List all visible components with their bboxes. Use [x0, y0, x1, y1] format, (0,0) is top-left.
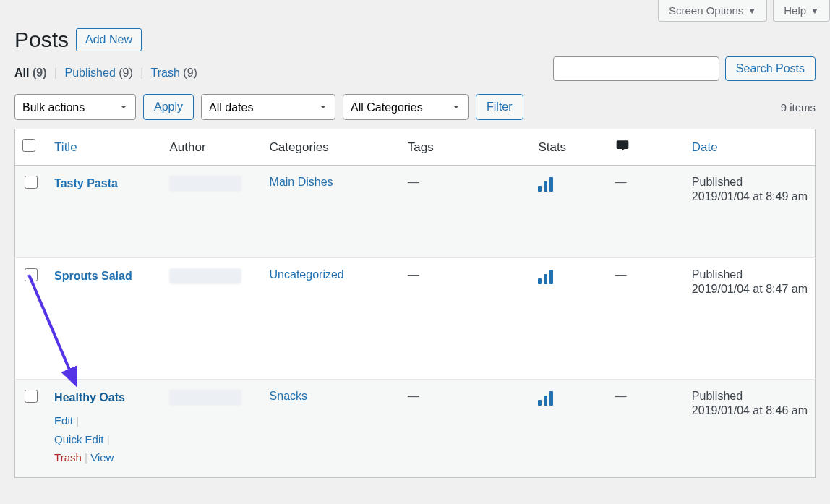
- stats-icon[interactable]: [538, 390, 553, 406]
- apply-button[interactable]: Apply: [143, 94, 194, 120]
- chevron-down-icon: ▼: [810, 6, 819, 16]
- col-author: Author: [162, 129, 262, 166]
- date-status: Published: [692, 390, 808, 403]
- select-all-checkbox[interactable]: [22, 139, 35, 152]
- comment-icon: [615, 138, 630, 153]
- stats-icon[interactable]: [538, 268, 553, 284]
- help-label: Help: [784, 4, 806, 17]
- row-checkbox[interactable]: [25, 268, 38, 281]
- date-timestamp: 2019/01/04 at 8:47 am: [692, 283, 808, 296]
- col-comments: [608, 129, 685, 166]
- post-title-link[interactable]: Healthy Oats: [54, 391, 125, 403]
- tags-cell: —: [408, 176, 419, 188]
- bulk-actions-select[interactable]: Bulk actions: [14, 94, 136, 120]
- author-cell[interactable]: [169, 176, 241, 192]
- date-timestamp: 2019/01/04 at 8:46 am: [692, 404, 808, 417]
- row-checkbox[interactable]: [25, 176, 38, 189]
- stats-icon[interactable]: [538, 176, 553, 192]
- search-posts-button[interactable]: Search Posts: [725, 56, 816, 81]
- screen-options-label: Screen Options: [669, 4, 743, 17]
- col-categories: Categories: [262, 129, 401, 166]
- categories-select[interactable]: All Categories: [343, 94, 469, 120]
- date-timestamp: 2019/01/04 at 8:49 am: [692, 190, 808, 203]
- screen-options-button[interactable]: Screen Options ▼: [658, 0, 767, 22]
- tags-cell: —: [408, 390, 419, 402]
- comments-cell: —: [615, 390, 627, 402]
- filter-button[interactable]: Filter: [476, 94, 523, 120]
- date-status: Published: [692, 176, 808, 189]
- category-link[interactable]: Main Dishes: [270, 176, 333, 188]
- col-title[interactable]: Title: [47, 129, 162, 166]
- items-count: 9 items: [781, 101, 816, 114]
- col-stats: Stats: [531, 129, 607, 166]
- row-actions: Edit | Quick Edit | Trash | View: [54, 411, 155, 467]
- search-input[interactable]: [553, 56, 719, 81]
- date-status: Published: [692, 268, 808, 281]
- comments-cell: —: [615, 268, 627, 281]
- row-checkbox[interactable]: [25, 390, 38, 403]
- col-tags: Tags: [401, 129, 531, 166]
- filter-all[interactable]: All (9): [14, 67, 46, 79]
- table-row: Sprouts Salad Uncategorized — — Publishe…: [15, 258, 816, 380]
- comments-cell: —: [615, 176, 627, 188]
- author-cell[interactable]: [169, 268, 241, 284]
- view-link[interactable]: View: [90, 451, 114, 464]
- trash-link[interactable]: Trash: [54, 451, 82, 464]
- filter-trash[interactable]: Trash (9): [151, 67, 197, 79]
- category-link[interactable]: Snacks: [270, 390, 307, 402]
- tags-cell: —: [408, 268, 419, 281]
- add-new-button[interactable]: Add New: [76, 28, 142, 51]
- post-title-link[interactable]: Tasty Pasta: [54, 177, 118, 189]
- table-row: Healthy Oats Edit | Quick Edit | Trash |…: [15, 380, 816, 478]
- filter-published[interactable]: Published (9): [65, 67, 133, 79]
- help-button[interactable]: Help ▼: [773, 0, 830, 22]
- table-row: Tasty Pasta Main Dishes — — Published 20…: [15, 166, 816, 258]
- dates-select[interactable]: All dates: [201, 94, 335, 120]
- post-title-link[interactable]: Sprouts Salad: [54, 270, 132, 282]
- page-title: Posts: [14, 27, 69, 52]
- chevron-down-icon: ▼: [748, 6, 756, 16]
- posts-table: Title Author Categories Tags Stats Date …: [14, 129, 816, 478]
- author-cell[interactable]: [169, 390, 241, 406]
- edit-link[interactable]: Edit: [54, 414, 73, 427]
- quick-edit-link[interactable]: Quick Edit: [54, 433, 103, 445]
- col-date[interactable]: Date: [685, 129, 816, 166]
- category-link[interactable]: Uncategorized: [270, 268, 344, 281]
